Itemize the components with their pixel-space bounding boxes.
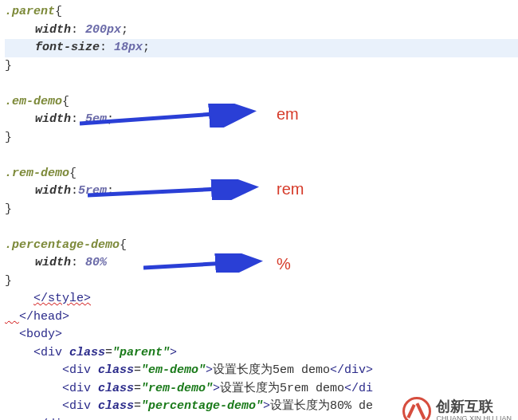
colon: : [71, 184, 78, 198]
text-content: 设置长度为5em demo [213, 363, 330, 377]
open-div-tag: <div [33, 346, 69, 359]
semicolon: ; [121, 23, 128, 37]
close-head-tag: </head> [19, 310, 69, 324]
code-line: <body> [5, 326, 518, 344]
open-div-tag: <div [62, 382, 98, 395]
watermark-text: 创新互联 [436, 399, 512, 415]
code-line: <div class="parent"> [5, 344, 518, 363]
code-editor: .parent{ width: 200px; font-size: 18px; … [0, 0, 518, 420]
code-line: .percentage-demo{ [5, 237, 518, 255]
brace-open: { [120, 238, 127, 252]
brace-close: } [5, 202, 12, 216]
annotation-percent: % [277, 255, 291, 273]
code-line: } [5, 57, 518, 76]
open-div-tag: <div [62, 399, 98, 413]
attr-value: "rem-demo" [141, 382, 213, 395]
tag-close-bracket: > [170, 346, 177, 359]
brace-open: { [55, 5, 62, 18]
code-line: </style> [5, 290, 518, 308]
attr-class: class [98, 363, 134, 377]
close-div-tag: </div> [330, 363, 373, 377]
semicolon: ; [143, 41, 150, 54]
css-property: width [35, 184, 71, 198]
code-line: width: 200px; [5, 22, 518, 40]
equals-sign: = [105, 346, 112, 359]
css-property: width [35, 112, 71, 126]
brace-open: { [62, 95, 69, 108]
text-content: 设置长度为80% de [270, 399, 373, 413]
svg-line-1 [80, 112, 249, 124]
tag-close-bracket: > [263, 399, 270, 413]
text-content: 设置长度为5rem demo [220, 382, 344, 395]
code-line: } [5, 201, 518, 219]
css-selector: .em-demo [5, 95, 62, 108]
blank-line [5, 147, 518, 165]
close-div-tag: </di [344, 382, 373, 395]
attr-value: "percentage-demo" [141, 399, 263, 413]
css-property: font-size [35, 41, 100, 54]
attr-class: class [69, 346, 105, 359]
tag-close-bracket: > [206, 363, 213, 377]
code-line-highlighted: font-size: 18px; [5, 39, 518, 57]
code-line: </head> [5, 308, 518, 327]
css-value: 80% [85, 256, 107, 269]
equals-sign: = [134, 399, 141, 413]
brace-close: } [5, 59, 12, 73]
attr-class: class [98, 399, 134, 413]
css-selector: .rem-demo [5, 167, 69, 180]
attr-class: class [98, 382, 134, 395]
annotation-rem: rem [277, 180, 304, 198]
open-div-tag: <div [62, 363, 98, 377]
brace-open: { [69, 167, 77, 180]
code-line: <div class="rem-demo">设置长度为5rem demo</di [5, 380, 518, 398]
code-line: } [5, 273, 518, 291]
watermark: 创新互联 CHUANG XIN HU LIAN [402, 397, 512, 420]
code-line: .parent{ [5, 3, 518, 22]
equals-sign: = [134, 363, 141, 377]
equals-sign: = [134, 382, 141, 395]
css-value: 18px [114, 41, 143, 54]
css-property: width [35, 23, 71, 37]
arrow-icon [80, 104, 263, 128]
css-value: 200px [85, 23, 121, 37]
code-line: } [5, 129, 518, 147]
blank-line [5, 75, 518, 93]
brace-close: } [5, 274, 12, 288]
css-selector: .parent [5, 5, 55, 18]
attr-value: "em-demo" [141, 363, 206, 377]
watermark-logo-icon [402, 397, 431, 420]
brace-close: } [5, 131, 12, 144]
blank-line [5, 218, 518, 237]
annotation-em: em [277, 105, 299, 124]
svg-line-3 [88, 187, 251, 195]
close-style-tag: </style> [33, 292, 91, 305]
close-div-tag: </div> [33, 418, 77, 421]
watermark-pinyin: CHUANG XIN HU LIAN [436, 415, 512, 420]
code-line: <div class="em-demo">设置长度为5em demo</div> [5, 362, 518, 380]
tag-close-bracket: > [213, 382, 220, 395]
svg-line-5 [143, 261, 255, 268]
arrow-icon [88, 179, 263, 200]
css-selector: .percentage-demo [5, 238, 120, 252]
arrow-icon [143, 253, 267, 273]
attr-value: "parent" [112, 346, 170, 359]
css-property: width [35, 256, 71, 269]
open-body-tag: <body> [19, 328, 62, 341]
